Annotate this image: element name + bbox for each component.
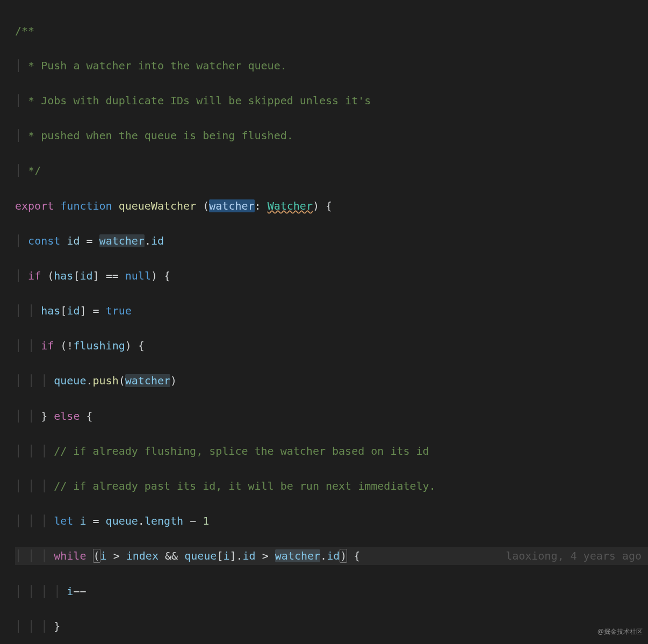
code-line: │ * Jobs with duplicate IDs will be skip… [15,92,648,110]
var-i: i [223,549,229,562]
var-id: id [67,234,80,247]
var-flushing: flushing [73,339,125,352]
var-queue: queue [184,549,217,562]
var-index: index [126,549,159,562]
git-blame-annotation: laoxiong, 4 years ago [506,547,642,565]
var-id: id [80,269,92,282]
var-queue: queue [54,374,86,387]
var-watcher: watcher [99,234,145,247]
code-line: │ │ │ let i = queue.length − 1 [15,512,648,530]
comment-text: * Jobs with duplicate IDs will be skippe… [21,94,371,107]
comment-text: * Push a watcher into the watcher queue. [21,59,287,72]
code-line: │ │ │ │ i−− [15,583,648,600]
prop-id: id [151,234,164,247]
comment-text: * pushed when the queue is being flushed… [21,129,293,142]
keyword-null: null [125,269,151,282]
code-line: │ │ } else { [15,407,648,425]
var-has: has [54,269,73,282]
code-editor[interactable]: /** │ * Push a watcher into the watcher … [0,0,648,644]
literal-one: 1 [203,514,209,527]
var-watcher: watcher [125,374,170,387]
code-line-active: │ │ │ while (i > index && queue[i].id > … [15,547,648,565]
keyword-if: if [28,269,41,282]
literal-true: true [106,304,132,317]
code-line: export function queueWatcher (watcher: W… [15,197,648,215]
comment-text: /** [15,24,34,37]
code-line: │ │ │ // if already past its id, it will… [15,477,648,495]
var-i: i [67,585,73,598]
code-line: │ if (has[id] == null) { [15,267,648,285]
code-line: /** [15,22,648,40]
watermark-text: @掘金技术社区 [597,623,643,641]
var-i: i [100,549,107,562]
var-i: i [80,514,86,527]
code-line: │ │ │ queue.push(watcher) [15,372,648,390]
var-watcher: watcher [275,549,320,562]
type-watcher: Watcher [268,199,313,212]
var-has: has [41,304,60,317]
code-line: │ */ [15,162,648,180]
code-line: │ │ has[id] = true [15,302,648,320]
var-queue: queue [106,514,138,527]
code-line: │ const id = watcher.id [15,232,648,250]
method-push: push [93,374,119,387]
var-id: id [67,304,80,317]
code-line: │ │ if (!flushing) { [15,337,648,355]
comment-text: */ [21,164,41,177]
function-name: queueWatcher [119,199,197,212]
keyword-while: while [54,549,86,562]
keyword-function: function [60,199,112,212]
keyword-let: let [54,514,73,527]
comment-text: // if already flushing, splice the watch… [54,445,429,457]
code-line: │ * pushed when the queue is being flush… [15,127,648,145]
keyword-if: if [41,339,54,352]
comment-text: // if already past its id, it will be ru… [54,480,435,492]
code-line: │ * Push a watcher into the watcher queu… [15,57,648,75]
keyword-const: const [28,234,60,247]
prop-id: id [243,549,256,562]
code-line: │ │ │ // if already flushing, splice the… [15,442,648,460]
prop-length: length [145,514,183,527]
keyword-else: else [54,410,80,423]
code-line: │ │ │ } [15,618,648,635]
keyword-export: export [15,199,54,212]
prop-id: id [327,549,340,562]
param-watcher: watcher [209,199,254,212]
